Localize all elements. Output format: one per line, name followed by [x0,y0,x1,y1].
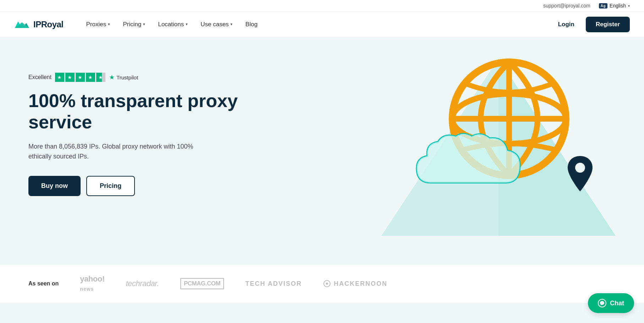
trustpilot-logo: ★ Trustpilot [109,73,138,81]
navbar: IPRoyal Proxies ▾ Pricing ▾ Locations ▾ … [0,12,644,37]
lang-chevron-icon: ▾ [628,4,630,8]
nav-item-proxies[interactable]: Proxies ▾ [81,18,116,31]
nav-label-pricing: Pricing [123,21,141,28]
svg-point-6 [326,283,328,285]
pricing-button[interactable]: Pricing [86,176,135,196]
lang-icon: Ag [599,3,607,9]
nav-item-locations[interactable]: Locations ▾ [152,18,193,31]
logo-icon [14,19,30,30]
logo-link[interactable]: IPRoyal [14,19,64,30]
techadvisor-logo: TECH ADVISOR [245,280,302,288]
nav-label-proxies: Proxies [86,21,107,28]
register-button[interactable]: Register [586,17,630,32]
login-button[interactable]: Login [552,18,580,31]
chat-label: Chat [610,300,624,307]
language-selector[interactable]: Ag English ▾ [599,3,630,9]
logo-text: IPRoyal [33,20,64,29]
trustpilot-brand: Trustpilot [116,74,138,80]
top-bar: support@iproyal.com Ag English ▾ [0,0,644,12]
chat-button[interactable]: Chat [588,293,634,313]
yahoo-logo: yahoo!news [80,274,104,293]
locations-chevron-icon: ▾ [186,22,188,27]
hero-buttons: Buy now Pricing [28,176,241,196]
star-3: ★ [76,73,85,82]
pricing-chevron-icon: ▾ [143,22,145,27]
as-seen-label: As seen on [28,280,59,287]
nav-links: Proxies ▾ Pricing ▾ Locations ▾ Use case… [81,18,552,31]
hero-section: Excellent ★ ★ ★ ★ ★ ★ Trustpilot 100% tr… [0,37,644,264]
pcmag-logo: PCMAG.COM [180,278,224,289]
svg-point-4 [575,163,585,173]
trustpilot-row: Excellent ★ ★ ★ ★ ★ ★ Trustpilot [28,73,241,82]
buy-now-button[interactable]: Buy now [28,176,81,196]
trustpilot-label: Excellent [28,74,51,80]
chat-icon [598,299,606,307]
hero-title: 100% transparent proxy service [28,90,241,133]
location-pin-icon [566,154,594,193]
star-4: ★ [86,73,95,82]
star-1: ★ [55,73,64,82]
nav-item-blog[interactable]: Blog [240,18,263,31]
nav-label-blog: Blog [245,21,257,28]
support-email: support@iproyal.com [543,3,590,9]
proxies-chevron-icon: ▾ [108,22,110,27]
cloud-icon [410,129,530,193]
usecases-chevron-icon: ▾ [230,22,233,27]
nav-label-usecases: Use cases [201,21,229,28]
press-logos: yahoo!news techradar. PCMAG.COM TECH ADV… [80,274,387,293]
hero-subtitle: More than 8,056,839 IPs. Global proxy ne… [28,141,213,162]
hero-content: Excellent ★ ★ ★ ★ ★ ★ Trustpilot 100% tr… [28,66,241,196]
trustpilot-star-icon: ★ [109,73,115,81]
techradar-logo: techradar. [126,279,159,288]
hackernoon-logo: HACKERNOON [323,280,387,288]
nav-right: Login Register [552,17,630,32]
nav-item-pricing[interactable]: Pricing ▾ [117,18,151,31]
hero-illustration [324,37,644,264]
star-rating: ★ ★ ★ ★ ★ [55,73,105,82]
star-5-half: ★ [96,73,105,82]
nav-label-locations: Locations [158,21,184,28]
hackernoon-icon [323,280,331,288]
star-2: ★ [65,73,75,82]
as-seen-on-bar: As seen on yahoo!news techradar. PCMAG.C… [0,264,644,303]
nav-item-usecases[interactable]: Use cases ▾ [195,18,238,31]
lang-label: English [610,3,626,9]
